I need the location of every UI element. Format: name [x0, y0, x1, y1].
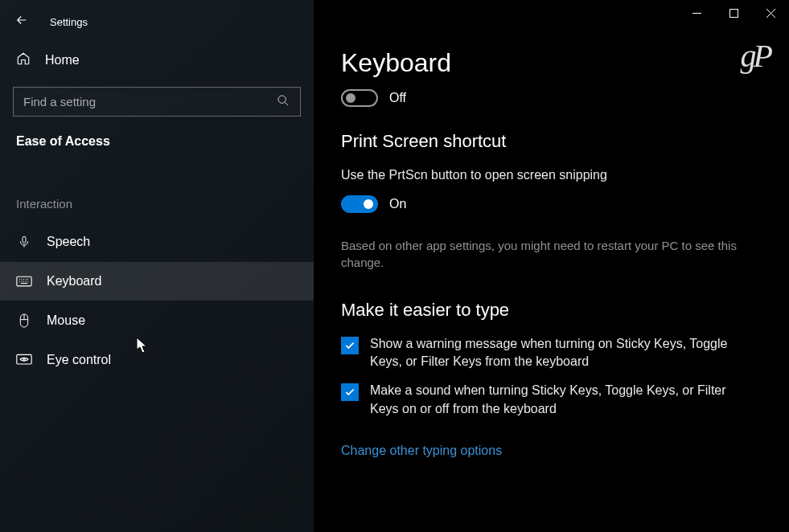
- prtscn-toggle[interactable]: [341, 195, 378, 213]
- close-button[interactable]: [752, 0, 789, 26]
- toggle-label: On: [389, 197, 406, 211]
- home-nav[interactable]: Home: [0, 42, 314, 79]
- maximize-button[interactable]: [715, 0, 752, 26]
- svg-rect-1: [23, 236, 26, 243]
- main-toggle-row: Off: [341, 89, 757, 107]
- nav-label: Speech: [47, 235, 90, 249]
- svg-point-5: [23, 358, 26, 361]
- keyboard-icon: [16, 276, 32, 287]
- prtscn-toggle-row: On: [341, 195, 757, 213]
- minimize-button[interactable]: [678, 0, 715, 26]
- restart-note: Based on other app settings, you might n…: [341, 237, 757, 271]
- checkmark-icon: [341, 337, 359, 354]
- app-title: Settings: [50, 16, 88, 28]
- group-header: Interaction: [0, 160, 314, 222]
- nav-item-keyboard[interactable]: Keyboard: [0, 262, 314, 301]
- search-icon: [277, 94, 290, 110]
- checkbox-warning[interactable]: Show a warning message when turning on S…: [341, 335, 757, 371]
- eye-control-icon: [16, 354, 32, 366]
- search-input[interactable]: [13, 87, 301, 117]
- checkbox-sound[interactable]: Make a sound when turning Sticky Keys, T…: [341, 382, 757, 418]
- keyboard-toggle[interactable]: [341, 89, 378, 107]
- watermark: gP: [741, 37, 770, 75]
- checkbox-label: Make a sound when turning Sticky Keys, T…: [370, 382, 757, 418]
- category-header: Ease of Access: [0, 129, 314, 160]
- nav-item-eye-control[interactable]: Eye control: [0, 341, 314, 379]
- sidebar: Settings Home Ease of Access Interaction…: [0, 0, 314, 532]
- nav-item-speech[interactable]: Speech: [0, 222, 314, 262]
- nav-label: Eye control: [47, 353, 111, 367]
- nav-item-mouse[interactable]: Mouse: [0, 301, 314, 341]
- titlebar: Settings: [0, 6, 314, 42]
- nav-label: Mouse: [47, 313, 85, 328]
- back-button[interactable]: [14, 13, 29, 31]
- home-icon: [16, 51, 31, 69]
- prtscn-desc: Use the PrtScn button to open screen sni…: [341, 166, 757, 184]
- section-heading: Print Screen shortcut: [341, 131, 757, 152]
- microphone-icon: [16, 234, 32, 250]
- checkmark-icon: [341, 383, 359, 401]
- nav-label: Keyboard: [47, 274, 102, 289]
- svg-rect-4: [17, 354, 31, 364]
- window-controls: [678, 0, 789, 26]
- page-title: Keyboard: [341, 48, 757, 78]
- home-label: Home: [45, 53, 80, 68]
- toggle-label: Off: [389, 91, 406, 105]
- svg-point-0: [278, 96, 286, 103]
- checkbox-label: Show a warning message when turning on S…: [370, 335, 757, 371]
- change-typing-options-link[interactable]: Change other typing options: [341, 444, 502, 458]
- section-heading: Make it easier to type: [341, 300, 757, 321]
- content-pane: gP Keyboard Off Print Screen shortcut Us…: [314, 0, 789, 532]
- mouse-icon: [16, 313, 32, 329]
- svg-rect-6: [729, 9, 738, 17]
- search-row: [0, 79, 314, 129]
